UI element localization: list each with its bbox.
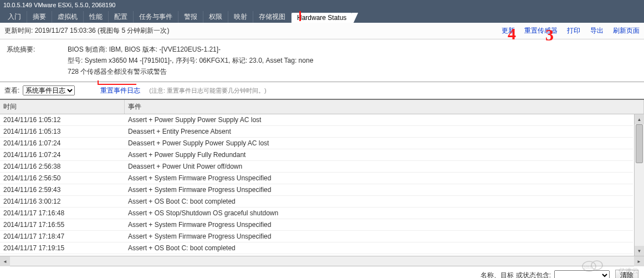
cell-time: 2014/11/16 1:07:24: [0, 138, 125, 149]
cell-event: Deassert + Power Unit Power off/down: [125, 161, 633, 172]
footer-filter-select[interactable]: [554, 270, 610, 279]
cell-event: Assert + Power Supply Power Supply AC lo…: [125, 114, 633, 125]
event-grid: 时间 事件 2014/11/16 1:05:12Assert + Power S…: [0, 100, 644, 266]
view-label: 查看:: [4, 86, 19, 95]
table-row[interactable]: 2014/11/16 1:05:13Deassert + Entity Pres…: [0, 126, 633, 138]
cell-time: 2014/11/17 17:16:55: [0, 219, 125, 230]
window-title: 10.0.5.149 VMware ESXi, 5.5.0, 2068190: [3, 2, 115, 8]
table-row[interactable]: 2014/11/17 17:19:15Assert + OS Boot C: b…: [0, 242, 633, 254]
cell-time: 2014/11/16 3:00:12: [0, 196, 125, 207]
cell-event: Deassert + Entity Presence Absent: [125, 126, 633, 137]
table-row[interactable]: 2014/11/16 2:59:43Assert + System Firmwa…: [0, 184, 633, 196]
grid-header: 时间 事件: [0, 100, 644, 114]
cell-event: Assert + System Firmware Progress Unspec…: [125, 173, 633, 184]
cell-time: 2014/11/17 17:52:07: [0, 254, 125, 256]
table-row[interactable]: 2014/11/16 1:07:24Assert + Power Supply …: [0, 149, 633, 161]
summary-line2: 型号: System x3650 M4 -[7915I01]-, 序列号: 06…: [68, 55, 313, 66]
scroll-right-icon[interactable]: ►: [634, 256, 644, 266]
filter-row: 查看: 系统事件日志 重置事件日志 (注意: 重置事件日志可能需要几分钟时间。): [0, 82, 644, 100]
reset-log-note: (注意: 重置事件日志可能需要几分钟时间。): [149, 87, 266, 95]
scroll-down-icon[interactable]: ▼: [635, 246, 644, 256]
cell-time: 2014/11/17 17:19:15: [0, 242, 125, 254]
tab-4[interactable]: 配置: [109, 11, 134, 23]
update-time-text: 更新时间: 2019/11/27 15:03:36 (视图每 5 分钟刷新一次): [4, 26, 169, 36]
cell-time: 2014/11/16 1:05:13: [0, 126, 125, 137]
cell-event: Assert + System Firmware Progress Unspec…: [125, 184, 633, 195]
tabs-bar: 入门摘要虚拟机性能配置任务与事件警报权限映射存储视图Hardware Statu…: [0, 10, 644, 23]
table-row[interactable]: 2014/11/16 1:07:24Deassert + Power Suppl…: [0, 138, 633, 149]
cell-event: Deassert + Power Supply Power Supply AC …: [125, 138, 633, 149]
cell-time: 2014/11/16 1:07:24: [0, 149, 125, 160]
cell-time: 2014/11/17 17:16:48: [0, 208, 125, 219]
view-select[interactable]: 系统事件日志: [23, 85, 75, 95]
cell-time: 2014/11/16 2:59:43: [0, 184, 125, 195]
col-header-time[interactable]: 时间: [0, 100, 125, 114]
refresh-link[interactable]: 更新: [502, 27, 515, 34]
table-row[interactable]: 2014/11/16 1:05:12Assert + Power Supply …: [0, 114, 633, 126]
scroll-thumb[interactable]: [636, 124, 643, 163]
reset-log-link[interactable]: 重置事件日志: [100, 86, 140, 95]
info-bar: 更新时间: 2019/11/27 15:03:36 (视图每 5 分钟刷新一次)…: [0, 23, 644, 39]
tab-1[interactable]: 摘要: [27, 11, 52, 23]
cell-time: 2014/11/17 17:18:47: [0, 231, 125, 242]
footer-filter-label: 名称、目标 或状态包含:: [481, 271, 551, 279]
scroll-up-icon[interactable]: ▲: [635, 114, 644, 124]
cell-event: Assert + Power Supply Fully Redundant: [125, 149, 633, 160]
tab-9[interactable]: 存储视图: [253, 11, 292, 23]
summary-line1: BIOS 制造商: IBM, BIOS 版本: -[VVE120EUS-1.21…: [68, 44, 221, 55]
cell-event: Assert + System Firmware Progress Unspec…: [125, 231, 633, 242]
system-summary: 系统摘要: BIOS 制造商: IBM, BIOS 版本: -[VVE120EU…: [0, 39, 644, 82]
table-row[interactable]: 2014/11/17 17:52:07Assert + OS Stop/Shut…: [0, 254, 633, 256]
cell-event: Assert + OS Boot C: boot completed: [125, 242, 633, 254]
tab-7[interactable]: 权限: [203, 11, 228, 23]
tab-3[interactable]: 性能: [84, 11, 109, 23]
cell-time: 2014/11/16 2:56:50: [0, 173, 125, 184]
export-link[interactable]: 导出: [590, 27, 604, 34]
table-row[interactable]: 2014/11/16 2:56:38Deassert + Power Unit …: [0, 161, 633, 173]
cell-event: Assert + OS Stop/Shutdown OS graceful sh…: [125, 254, 633, 256]
cell-time: 2014/11/16 1:05:12: [0, 114, 125, 125]
table-row[interactable]: 2014/11/16 2:56:50Assert + System Firmwa…: [0, 173, 633, 184]
summary-label: 系统摘要:: [7, 44, 68, 55]
clear-button[interactable]: 清除: [615, 270, 638, 279]
tab-5[interactable]: 任务与事件: [134, 11, 178, 23]
table-row[interactable]: 2014/11/16 3:00:12Assert + OS Boot C: bo…: [0, 196, 633, 208]
window-title-bar: 10.0.5.149 VMware ESXi, 5.5.0, 2068190: [0, 0, 644, 10]
refresh-page-link[interactable]: 刷新页面: [613, 27, 640, 34]
red-marker-tab: [299, 11, 301, 21]
tab-8[interactable]: 映射: [228, 11, 253, 23]
update-time-value: 2019/11/27 15:03:36 (视图每 5 分钟刷新一次): [35, 27, 170, 34]
print-link[interactable]: 打印: [567, 27, 580, 34]
tab-6[interactable]: 警报: [178, 11, 203, 23]
summary-line3: 728 个传感器全都没有警示或警告: [68, 66, 167, 77]
vertical-scrollbar[interactable]: ▲ ▼: [634, 114, 644, 256]
cell-event: Assert + OS Boot C: boot completed: [125, 196, 633, 207]
header-actions: 更新 重置传感器 打印 导出 刷新页面: [494, 26, 640, 36]
reset-sensors-link[interactable]: 重置传感器: [524, 27, 558, 34]
cell-event: Assert + OS Stop/Shutdown OS graceful sh…: [125, 208, 633, 219]
update-label: 更新时间:: [4, 27, 35, 34]
table-row[interactable]: 2014/11/17 17:16:55Assert + System Firmw…: [0, 219, 633, 231]
cell-event: Assert + System Firmware Progress Unspec…: [125, 219, 633, 230]
tab-0[interactable]: 入门: [2, 11, 27, 23]
scroll-left-icon[interactable]: ◄: [0, 256, 10, 266]
table-row[interactable]: 2014/11/17 17:16:48Assert + OS Stop/Shut…: [0, 208, 633, 219]
table-row[interactable]: 2014/11/17 17:18:47Assert + System Firmw…: [0, 231, 633, 242]
tab-2[interactable]: 虚拟机: [52, 11, 84, 23]
annotation-underline-1: [98, 80, 136, 85]
grid-rows: 2014/11/16 1:05:12Assert + Power Supply …: [0, 114, 644, 256]
cell-time: 2014/11/16 2:56:38: [0, 161, 125, 172]
col-header-event[interactable]: 事件: [125, 100, 644, 114]
horizontal-scrollbar[interactable]: ◄ ►: [0, 256, 644, 266]
footer-bar: 名称、目标 或状态包含: 清除: [0, 266, 644, 278]
